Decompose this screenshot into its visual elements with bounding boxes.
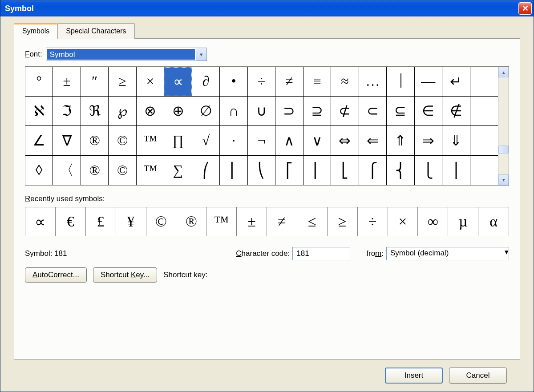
symbol-cell[interactable]: ⎛ (192, 156, 220, 186)
symbol-cell[interactable]: ⊄ (331, 97, 359, 126)
symbol-cell[interactable] (470, 97, 498, 126)
symbol-cell[interactable]: ⋅ (220, 126, 247, 156)
symbol-cell[interactable]: ↵ (442, 67, 470, 97)
symbol-cell[interactable]: ⇑ (387, 126, 414, 156)
recent-symbol-cell[interactable]: µ (448, 207, 478, 236)
symbol-cell[interactable]: ℜ (81, 97, 109, 126)
symbol-cell[interactable]: ¬ (248, 126, 275, 156)
scroll-track[interactable] (498, 77, 509, 174)
symbol-cell[interactable]: ∨ (303, 126, 331, 156)
symbol-cell[interactable]: ® (81, 126, 109, 156)
recent-symbol-cell[interactable]: ¥ (116, 207, 146, 236)
symbol-cell[interactable]: 〈 (53, 156, 81, 186)
symbol-cell[interactable]: × (137, 67, 164, 97)
symbol-cell[interactable]: ⊆ (387, 97, 414, 126)
symbol-cell[interactable]: ⎧ (359, 156, 387, 186)
symbol-cell[interactable]: ⇔ (331, 126, 359, 156)
recent-symbol-cell[interactable]: € (56, 207, 86, 236)
symbol-cell[interactable]: ∈ (415, 97, 442, 126)
recent-symbol-cell[interactable]: © (146, 207, 177, 236)
symbol-cell[interactable]: ″ (81, 67, 109, 97)
recent-symbol-cell[interactable]: £ (86, 207, 116, 236)
symbol-cell[interactable]: √ (192, 126, 220, 156)
symbol-cell[interactable]: ® (81, 156, 109, 186)
symbol-cell[interactable]: ™ (137, 156, 164, 186)
symbol-cell[interactable]: ∑ (164, 156, 192, 186)
symbol-cell[interactable]: ∏ (164, 126, 192, 156)
symbol-cell[interactable]: © (109, 126, 136, 156)
from-dropdown[interactable]: Symbol (decimal) ▾ (386, 247, 509, 260)
symbol-cell[interactable]: ⎣ (331, 156, 359, 186)
symbol-cell[interactable]: ⊕ (164, 97, 192, 126)
symbol-cell[interactable]: ⊃ (275, 97, 303, 126)
char-code-input[interactable] (292, 247, 350, 260)
recent-symbol-cell[interactable]: ™ (206, 207, 237, 236)
font-dropdown[interactable]: Symbol ▾ (46, 48, 207, 61)
symbol-cell[interactable] (470, 126, 498, 156)
symbol-cell[interactable]: ≥ (109, 67, 136, 97)
symbol-cell[interactable]: ⎪ (442, 156, 470, 186)
symbol-cell[interactable]: ≡ (303, 67, 331, 97)
symbol-cell[interactable]: ∪ (248, 97, 275, 126)
shortcut-key-button[interactable]: Shortcut Key... (93, 267, 157, 283)
symbol-cell[interactable]: ⎜ (220, 156, 247, 186)
symbol-cell[interactable]: ⎡ (275, 156, 303, 186)
symbol-cell[interactable]: ∩ (220, 97, 247, 126)
symbol-cell[interactable]: ∠ (25, 126, 53, 156)
symbol-cell[interactable]: ⇐ (359, 126, 387, 156)
symbol-cell[interactable]: ∝ (164, 67, 192, 97)
cancel-button[interactable]: Cancel (449, 368, 507, 384)
symbol-cell[interactable]: ⎩ (415, 156, 442, 186)
recent-symbol-cell[interactable]: ≤ (297, 207, 328, 236)
tab-symbols[interactable]: Symbols (14, 23, 58, 39)
symbol-cell[interactable]: ∉ (442, 97, 470, 126)
scroll-thumb[interactable] (498, 145, 509, 154)
tab-special-characters[interactable]: Special Characters (57, 23, 134, 39)
recent-symbol-cell[interactable]: α (478, 207, 509, 236)
symbol-cell[interactable]: ≠ (275, 67, 303, 97)
symbol-cell[interactable] (470, 156, 498, 186)
symbol-cell[interactable]: ⇓ (442, 126, 470, 156)
symbol-cell[interactable]: ℵ (25, 97, 53, 126)
symbol-cell[interactable]: ⎨ (387, 156, 414, 186)
from-dropdown-button[interactable]: ▾ (505, 247, 509, 260)
symbol-cell[interactable]: • (220, 67, 247, 97)
symbol-cell[interactable]: ℘ (109, 97, 136, 126)
symbol-cell[interactable]: ⊂ (359, 97, 387, 126)
symbol-cell[interactable]: ⊇ (303, 97, 331, 126)
recent-symbol-cell[interactable]: ≥ (328, 207, 358, 236)
symbol-cell[interactable]: ⏐ (387, 67, 414, 97)
recent-symbol-cell[interactable]: ∝ (25, 207, 56, 236)
autocorrect-button[interactable]: AutoCorrect... (25, 267, 87, 283)
symbol-cell[interactable]: … (359, 67, 387, 97)
symbol-cell[interactable] (470, 67, 498, 97)
symbol-cell[interactable]: ⇒ (415, 126, 442, 156)
scroll-down-button[interactable]: ▾ (498, 174, 509, 185)
symbol-cell[interactable]: ± (53, 67, 81, 97)
symbol-cell[interactable]: ⊗ (137, 97, 164, 126)
symbol-cell[interactable]: ™ (137, 126, 164, 156)
recent-symbol-cell[interactable]: ÷ (358, 207, 388, 236)
symbol-cell[interactable]: ∇ (53, 126, 81, 156)
scroll-up-button[interactable]: ▴ (498, 67, 509, 77)
recent-symbol-cell[interactable]: ± (237, 207, 267, 236)
symbol-cell[interactable]: ÷ (248, 67, 275, 97)
recent-symbol-cell[interactable]: ∞ (418, 207, 448, 236)
symbol-cell[interactable]: © (109, 156, 136, 186)
symbol-cell[interactable]: ◊ (25, 156, 53, 186)
symbol-cell[interactable]: ⎢ (303, 156, 331, 186)
symbol-cell[interactable]: ∅ (192, 97, 220, 126)
grid-scrollbar[interactable]: ▴ ▾ (498, 67, 509, 185)
symbol-cell[interactable]: ⎝ (248, 156, 275, 186)
symbol-cell[interactable]: ∂ (192, 67, 220, 97)
close-button[interactable]: ✕ (518, 2, 532, 15)
font-dropdown-button[interactable]: ▾ (196, 48, 206, 61)
symbol-cell[interactable]: ∧ (275, 126, 303, 156)
insert-button[interactable]: Insert (385, 368, 443, 384)
recent-symbol-cell[interactable]: ≠ (267, 207, 297, 236)
symbol-cell[interactable]: — (415, 67, 442, 97)
symbol-cell[interactable]: ° (25, 67, 53, 97)
symbol-cell[interactable]: ≈ (331, 67, 359, 97)
recent-symbol-cell[interactable]: × (388, 207, 418, 236)
symbol-cell[interactable]: ℑ (53, 97, 81, 126)
